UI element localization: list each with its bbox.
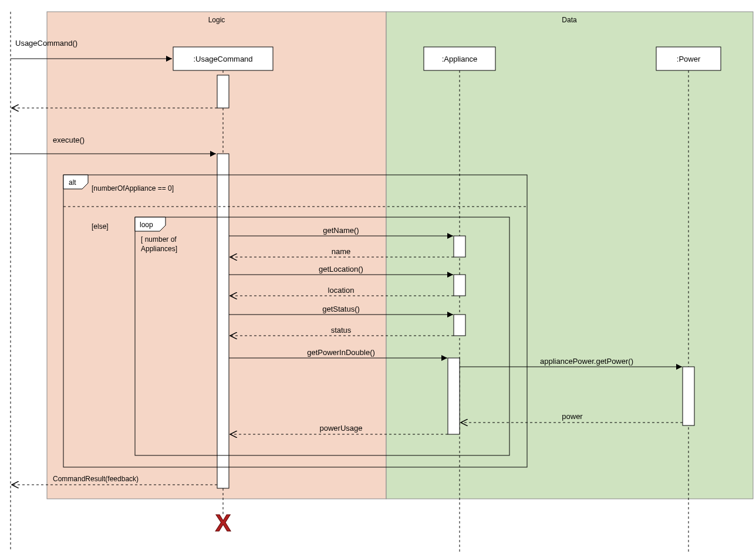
msg-execute-label: execute() (53, 136, 85, 144)
msg-ctor-label: UsageCommand() (15, 39, 77, 48)
activation-power-getpower (683, 367, 694, 425)
frame-alt-label: alt (69, 178, 76, 187)
return-name-label: name (332, 247, 351, 256)
return-status-label: status (331, 326, 352, 335)
frame-loop-guard-l1: [ number of (141, 235, 177, 244)
lifeline-label-usagecommand: :UsageCommand (193, 55, 252, 63)
msg-getname-label: getName() (323, 226, 359, 235)
frame-loop-guard-l2: Appliances] (141, 245, 177, 253)
activation-appliance-getlocation (454, 275, 465, 296)
frame-alt-guard2: [else] (92, 222, 109, 231)
activation-usagecommand-execute (217, 154, 229, 488)
msg-getlocation-label: getLocation() (319, 265, 363, 273)
return-location-label: location (328, 286, 355, 295)
return-powerusage-label: powerUsage (320, 424, 363, 433)
return-power-label: power (562, 412, 583, 421)
return-commandresult-label: CommandResult(feedback) (53, 475, 139, 483)
region-data-label: Data (562, 16, 577, 24)
region-data (386, 12, 753, 499)
region-logic-label: Logic (208, 16, 225, 24)
frame-alt-guard1: [numberOfAppliance == 0] (92, 184, 174, 192)
frame-loop-label: loop (140, 221, 153, 229)
activation-appliance-getpower (448, 358, 460, 434)
activation-appliance-getname (454, 236, 465, 257)
activation-appliance-getstatus (454, 315, 465, 336)
destroy-icon: X (215, 510, 231, 536)
lifeline-label-power: :Power (677, 55, 701, 63)
activation-usagecommand-ctor (217, 75, 229, 108)
lifeline-label-appliance: :Appliance (442, 55, 478, 63)
msg-getpowerindouble-label: getPowerInDouble() (307, 348, 375, 357)
msg-getpower-label: appliancePower.getPower() (540, 357, 633, 366)
sequence-diagram: Logic Data :UsageCommand :Appliance :Pow… (0, 0, 756, 554)
msg-getstatus-label: getStatus() (322, 305, 360, 313)
